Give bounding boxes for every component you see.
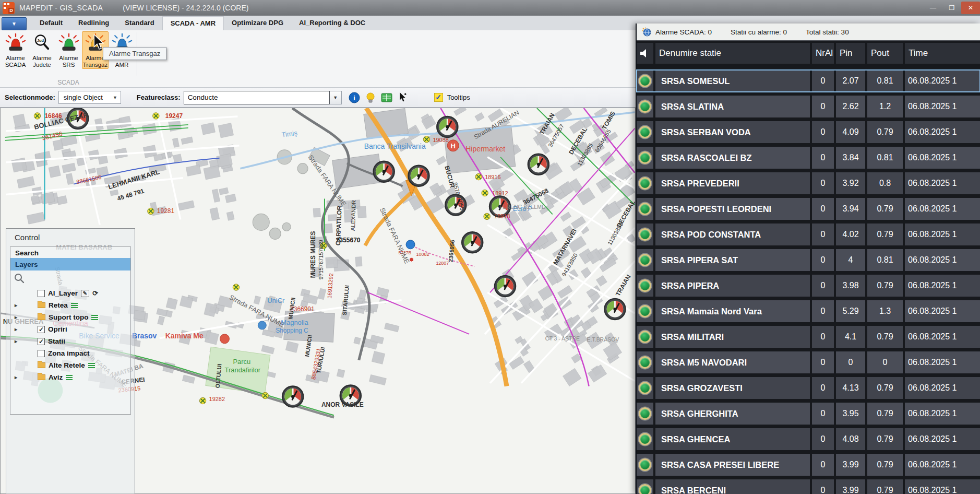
ribbon-button-judete[interactable]: JudAlarmeJudete [29, 31, 55, 69]
expand-arrow-icon[interactable]: ▸ [13, 302, 19, 308]
svg-text:i: i [353, 94, 355, 102]
layers-box: Search Layers AI_Layer✎⟳▸Retea▸Suport to… [10, 246, 131, 415]
app-title: MAPEDIT - GIS_SCADA [19, 4, 103, 12]
station-time: 06.08.2025 1 [905, 428, 980, 450]
ribbon-button-scada[interactable]: AlarmeSCADA [2, 31, 29, 69]
column-header-nral[interactable]: NrAl [812, 43, 834, 64]
minimize-button[interactable]: — [924, 2, 942, 14]
tab-ai-reporting-doc[interactable]: AI_Reporting & DOC [291, 16, 373, 30]
mouse-cursor-icon [92, 34, 105, 52]
layer-checkbox[interactable] [38, 290, 45, 297]
layer-item-zona-impact[interactable]: Zona impact [10, 347, 130, 359]
table-row[interactable]: SRSA MILITARI04.10.7906.08.2025 1 [637, 326, 980, 348]
globe-icon [642, 27, 651, 37]
map-label: UniCr [267, 297, 285, 304]
layer-checkbox[interactable]: ✓ [38, 338, 45, 345]
layer-item-statii[interactable]: ▸✓Statii [10, 335, 130, 347]
layer-item-alte-retele[interactable]: Alte Retele [10, 359, 130, 371]
layer-checkbox[interactable] [38, 350, 45, 357]
station-pin: 3.99 [836, 479, 865, 494]
station-gauge-icon[interactable] [462, 232, 483, 253]
table-row[interactable]: SRSA RASCOALEI BZ03.840.8106.08.2025 1 [637, 147, 980, 169]
table-row[interactable]: SRSA Mamaia Nord Vara05.291.306.08.2025 … [637, 300, 980, 322]
column-header-pout[interactable]: Pout [867, 43, 903, 64]
selectionmode-select[interactable]: single Object ▼ [58, 91, 121, 104]
layer-item-opriri[interactable]: ▸✓Opriri [10, 323, 130, 335]
table-row[interactable]: SRSA PIPERA03.980.7906.08.2025 1 [637, 275, 980, 297]
station-gauge-icon[interactable] [374, 161, 395, 182]
table-row[interactable]: SRSA PREVEDERII03.920.806.08.2025 1 [637, 172, 980, 194]
expand-arrow-icon[interactable]: ▸ [13, 338, 19, 344]
station-pout: 0.81 [867, 249, 903, 271]
tab-standard[interactable]: Standard [117, 16, 162, 30]
station-gauge-icon[interactable] [528, 154, 549, 175]
ribbon-button-srs[interactable]: AlarmeSRS [55, 31, 82, 69]
station-time: 06.08.2025 1 [905, 198, 980, 220]
table-row[interactable]: SRSA BERCENI03.990.7906.08.2025 1 [637, 479, 980, 494]
expand-arrow-icon[interactable]: ▸ [13, 326, 19, 332]
map-label: 18912 [492, 190, 508, 196]
layer-item-aviz[interactable]: ▸Aviz [10, 371, 130, 383]
station-gauge-icon[interactable] [604, 299, 625, 320]
tab-optimizare-dpg[interactable]: Optimizare DPG [224, 16, 291, 30]
station-name: SRSA RASCOALEI BZ [655, 147, 810, 169]
station-time: 06.08.2025 1 [905, 147, 980, 169]
station-gauge-icon[interactable] [408, 166, 429, 186]
station-name: SRSA M5 NAVODARI [655, 351, 810, 373]
search-icon [14, 273, 25, 284]
maximize-button[interactable]: ❐ [942, 2, 961, 14]
app-menu-button[interactable]: ▼ [2, 17, 27, 30]
speaker-column-header[interactable] [637, 43, 653, 64]
tab-default[interactable]: Default [32, 16, 70, 30]
table-row[interactable]: SRSA GROZAVESTI04.130.7906.08.2025 1 [637, 377, 980, 399]
search-row[interactable] [10, 270, 130, 286]
featureclass-input[interactable]: Conducte [184, 91, 330, 104]
valve-icon [199, 397, 206, 404]
table-row[interactable]: SRSA POPESTI LEORDENI03.940.7906.08.2025… [637, 198, 980, 220]
bulb-icon[interactable] [364, 91, 377, 104]
edit-icon[interactable]: ✎ [81, 290, 89, 297]
table-row[interactable]: SRSA GHERGHITA03.950.7906.08.2025 1 [637, 403, 980, 425]
station-gauge-icon[interactable] [282, 386, 303, 407]
featureclass-dropdown-button[interactable]: ▼ [330, 91, 342, 104]
close-button[interactable]: ✕ [961, 2, 980, 14]
table-row[interactable]: SRSA SLATINA02.621.206.08.2025 1 [637, 96, 980, 117]
tooltips-checkbox[interactable]: ✓ [434, 93, 443, 102]
column-header-pin[interactable]: Pin [836, 43, 865, 64]
info-icon[interactable]: i [348, 91, 361, 104]
valve-icon [148, 208, 154, 214]
ledger-icon[interactable] [380, 91, 393, 104]
layer-item-ai-layer[interactable]: AI_Layer✎⟳ [10, 287, 130, 299]
station-nral: 0 [812, 172, 834, 194]
station-gauge-icon[interactable] [495, 276, 516, 297]
layer-checkbox[interactable]: ✓ [38, 326, 45, 333]
table-row[interactable]: SRSA SOMESUL02.070.8106.08.2025 1 [637, 70, 980, 92]
table-row[interactable]: SRSA M5 NAVODARI00006.08.2025 1 [637, 351, 980, 373]
pointer-icon[interactable] [397, 91, 409, 104]
refresh-icon[interactable]: ⟳ [92, 289, 98, 297]
table-row[interactable]: SRSA POD CONSTANTA04.020.7906.08.2025 1 [637, 224, 980, 245]
table-row[interactable]: SRSA SERBAN VODA04.090.7906.08.2025 1 [637, 121, 980, 143]
expand-arrow-icon[interactable]: ▸ [13, 314, 19, 320]
tab-scada-amr[interactable]: SCADA - AMR [162, 16, 224, 30]
map-label: ANOR VASILE [321, 401, 364, 408]
table-row[interactable]: SRSA CASA PRESEI LIBERE03.990.7906.08.20… [637, 454, 980, 476]
search-section-label[interactable]: Search [10, 247, 130, 258]
valve-icon [482, 190, 488, 196]
table-row[interactable]: SRSA PIPERA SAT040.8106.08.2025 1 [637, 249, 980, 271]
selectionmode-value: single Object [64, 93, 103, 101]
column-header-time[interactable]: Time [905, 43, 980, 64]
column-header-name[interactable]: Denumire statie [655, 43, 810, 64]
layers-selected-item[interactable]: Layers [10, 258, 130, 270]
layer-item-retea[interactable]: ▸Retea [10, 299, 130, 311]
status-led-icon [639, 254, 651, 266]
map-label: 10082 [416, 252, 429, 257]
station-gauge-icon[interactable] [437, 116, 458, 137]
layer-item-suport-topo[interactable]: ▸Suport topo [10, 311, 130, 323]
table-row[interactable]: SRSA GHENCEA04.080.7906.08.2025 1 [637, 428, 980, 450]
status-led-icon [639, 75, 651, 87]
tab-redlining[interactable]: Redlining [70, 16, 117, 30]
legend-lines-icon [66, 375, 73, 380]
station-time: 06.08.2025 1 [905, 275, 980, 297]
expand-arrow-icon[interactable]: ▸ [13, 374, 19, 380]
